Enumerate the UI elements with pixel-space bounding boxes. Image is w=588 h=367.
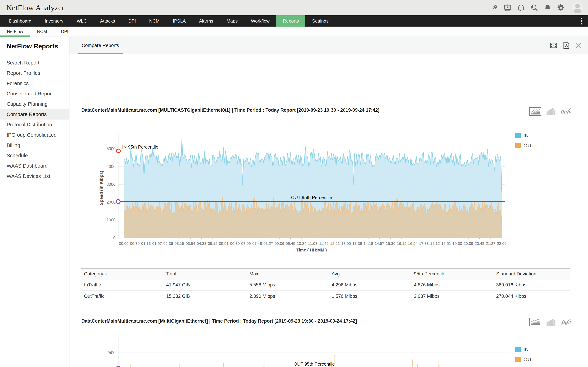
nav-item-settings[interactable]: Settings	[305, 15, 335, 26]
svg-text:IN 95th Percentile: IN 95th Percentile	[122, 144, 158, 150]
kebab-menu-icon[interactable]	[578, 15, 585, 26]
area-chart-icon[interactable]	[529, 107, 541, 116]
launch-icon[interactable]	[490, 4, 498, 12]
user-avatar[interactable]	[572, 2, 583, 13]
nav-item-workflow[interactable]: Workflow	[244, 15, 276, 26]
cell-stddev: 270.044 Kibps	[493, 294, 570, 299]
report-tabbar: Compare Reports	[69, 37, 588, 54]
email-icon[interactable]	[550, 42, 558, 50]
traffic-stats-table: Category ▲▼ Total Max Avg 95th Percentil…	[81, 268, 570, 302]
svg-text:18:12: 18:12	[430, 241, 440, 246]
col-95th-percentile[interactable]: 95th Percentile	[411, 271, 493, 277]
sidebar-item-consolidated-report[interactable]: Consolidated Report	[0, 89, 69, 99]
svg-text:13:39: 13:39	[353, 241, 362, 246]
svg-text:11:03: 11:03	[308, 241, 317, 246]
cell-avg: 1.576 Mibps	[329, 294, 411, 299]
nav-item-alarms[interactable]: Alarms	[192, 15, 220, 26]
out-swatch	[515, 357, 521, 362]
sidebar-item-capacity-planning[interactable]: Capacity Planning	[0, 99, 69, 109]
svg-text:15:36: 15:36	[386, 241, 395, 246]
svg-text:11:42: 11:42	[319, 241, 329, 246]
report-2-title: DataCenterMainMulticast.me.com [MultiGig…	[81, 318, 357, 324]
cell-p95: 4.876 Mibps	[411, 282, 493, 288]
cell-p95: 2.037 Mibps	[411, 294, 493, 299]
svg-text:16:54: 16:54	[408, 241, 417, 246]
svg-text:14:18: 14:18	[363, 241, 373, 246]
col-max[interactable]: Max	[247, 271, 329, 277]
col-avg[interactable]: Avg	[329, 271, 411, 277]
notifications-bell-icon[interactable]	[544, 4, 552, 12]
legend-in[interactable]: IN	[515, 346, 535, 352]
subtab-ncm[interactable]: NCM	[30, 26, 54, 36]
svg-text:17:33: 17:33	[419, 241, 429, 246]
line-chart-icon[interactable]	[561, 107, 571, 116]
col-category[interactable]: Category ▲▼	[81, 271, 164, 277]
svg-text:Speed (in Kibps): Speed (in Kibps)	[99, 171, 104, 205]
report-2-chart-type-selector	[529, 318, 571, 326]
sidebar-item-protocol-distribution[interactable]: Protocol Distribution	[0, 119, 69, 130]
area-chart-icon[interactable]	[529, 318, 541, 326]
svg-text:2500: 2500	[107, 350, 115, 355]
sidebar-item-search-report[interactable]: Search Report	[0, 58, 69, 68]
main-content: Compare Reports DataCenterMainMulticast.…	[69, 37, 588, 367]
in-swatch	[515, 133, 521, 138]
sidebar-item-compare-reports[interactable]: Compare Reports	[0, 109, 69, 119]
line-chart-icon[interactable]	[561, 318, 571, 326]
col-category-label: Category	[84, 271, 103, 277]
search-icon[interactable]	[530, 4, 538, 12]
svg-text:03:54: 03:54	[186, 241, 195, 246]
subtab-netflow[interactable]: NetFlow	[0, 26, 30, 36]
sidebar-item-waas-devices-list[interactable]: WAAS Devices List	[0, 171, 69, 181]
support-headset-icon[interactable]	[517, 4, 525, 12]
bar-chart-icon[interactable]	[546, 107, 556, 116]
svg-text:16:15: 16:15	[397, 241, 406, 246]
nav-item-dashboard[interactable]: Dashboard	[2, 15, 38, 26]
nav-item-wlc[interactable]: WLC	[70, 15, 94, 26]
traffic-area-chart-1[interactable]: 01000200030004000500000:0000:3901:1801:5…	[80, 128, 585, 260]
svg-text:14:57: 14:57	[375, 241, 384, 246]
bar-chart-icon[interactable]	[546, 318, 556, 326]
sidebar-item-billing[interactable]: Billing	[0, 140, 69, 150]
svg-text:09:45: 09:45	[285, 241, 295, 246]
col-standard-deviation[interactable]: Standard Deviation	[493, 271, 570, 277]
close-icon[interactable]	[575, 42, 583, 50]
svg-text:10:24: 10:24	[297, 241, 306, 246]
svg-text:20:09: 20:09	[464, 241, 473, 246]
nav-item-reports[interactable]: Reports	[276, 15, 305, 26]
tab-compare-reports[interactable]: Compare Reports	[78, 37, 123, 54]
svg-text:5000: 5000	[107, 146, 115, 151]
sidebar-item-forensics[interactable]: Forensics	[0, 78, 69, 89]
nav-item-maps[interactable]: Maps	[220, 15, 244, 26]
col-total[interactable]: Total	[164, 271, 247, 277]
header-icon-bar	[490, 2, 583, 13]
traffic-area-chart-2[interactable]: 05001000150020002500Speed (in Kibps)OUT …	[80, 334, 585, 367]
svg-text:05:12: 05:12	[208, 241, 217, 246]
cell-avg: 4.296 Mibps	[329, 282, 411, 288]
app-title: NetFlow Analyzer	[6, 3, 64, 12]
nav-item-ipsla[interactable]: IPSLA	[166, 15, 192, 26]
cell-stddev: 369.016 Kibps	[493, 282, 570, 288]
svg-text:22:06: 22:06	[497, 241, 506, 246]
pdf-export-icon[interactable]	[562, 42, 570, 50]
svg-text:2000: 2000	[107, 200, 115, 204]
svg-text:00:00: 00:00	[119, 241, 129, 246]
training-video-icon[interactable]	[504, 4, 512, 12]
legend-in[interactable]: IN	[515, 133, 535, 138]
sidebar-item-ipgroup-consolidated[interactable]: IPGroup Consolidated	[0, 130, 69, 140]
module-subtabs: NetFlow NCM DPI	[0, 26, 588, 37]
nav-item-inventory[interactable]: Inventory	[38, 15, 70, 26]
sidebar-item-schedule[interactable]: Schedule	[0, 150, 69, 161]
nav-item-dpi[interactable]: DPI	[122, 15, 142, 26]
nav-item-attacks[interactable]: Attacks	[94, 15, 122, 26]
svg-text:01:18: 01:18	[141, 241, 151, 246]
svg-text:OUT 95th Percentile: OUT 95th Percentile	[294, 361, 335, 367]
subtab-dpi[interactable]: DPI	[54, 26, 75, 36]
nav-item-ncm[interactable]: NCM	[143, 15, 166, 26]
sort-icon[interactable]: ▲▼	[105, 273, 107, 275]
legend-out[interactable]: OUT	[515, 357, 535, 362]
svg-text:08:27: 08:27	[263, 241, 273, 246]
sidebar-item-report-profiles[interactable]: Report Profiles	[0, 68, 69, 78]
sidebar-item-waas-dashboard[interactable]: WAAS Dashboard	[0, 161, 69, 171]
settings-gear-icon[interactable]	[557, 4, 565, 12]
legend-out[interactable]: OUT	[515, 143, 535, 149]
